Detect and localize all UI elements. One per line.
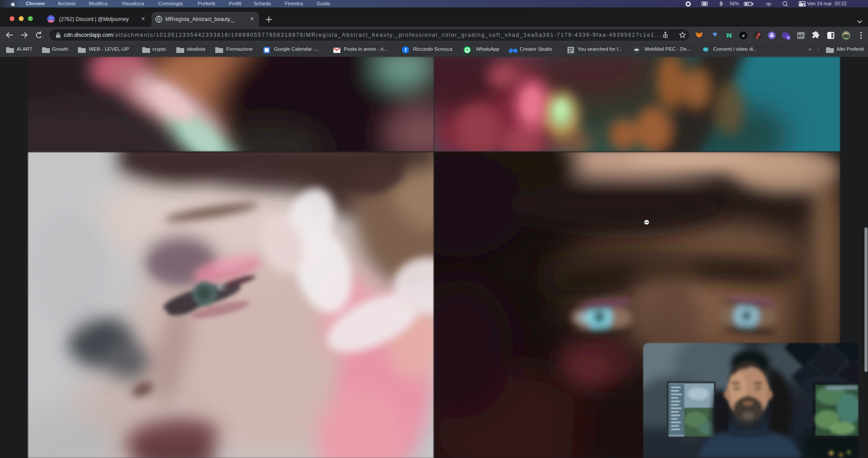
svg-text:ϰ: ϰ: [742, 33, 745, 38]
svg-text:KP: KP: [798, 34, 804, 38]
svg-text:5: 5: [788, 36, 789, 39]
svg-text:2762: 2762: [48, 20, 53, 22]
svg-text:f: f: [405, 47, 406, 52]
